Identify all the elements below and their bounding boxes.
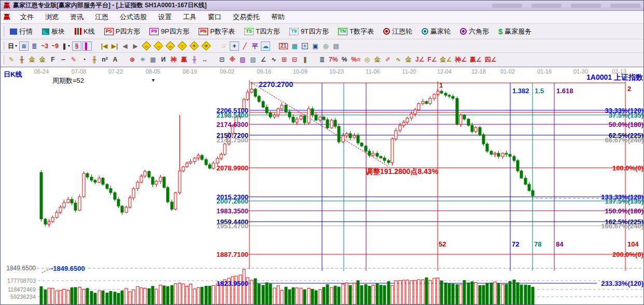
expand-horizontal-button[interactable]: ↔ [165, 41, 176, 51]
flag-tool-button[interactable]: 平 [250, 41, 260, 51]
arc-ruler-button[interactable]: ∽ [59, 55, 68, 64]
next-page-button[interactable]: ▶ [131, 41, 140, 51]
save-button[interactable]: ▣ [311, 41, 320, 51]
gold-line-button[interactable]: 金 [373, 55, 382, 64]
9p-square-button[interactable]: P99P四方形 [146, 25, 192, 38]
zigzag-line-button[interactable]: ∿ [269, 55, 278, 64]
span-arrow-button[interactable]: ↔ [200, 55, 209, 64]
wave-9-button[interactable]: ~9 [50, 41, 60, 51]
toolbar-grip[interactable] [3, 41, 4, 51]
candle-style-button[interactable]: ❚▾ [61, 41, 71, 51]
ying-angle-button[interactable]: 赢∠ [469, 55, 483, 64]
calendar-button[interactable]: 21 [278, 41, 289, 51]
t-square-button[interactable]: TST四方形 [241, 25, 283, 38]
kline-chart-canvas[interactable] [1, 67, 644, 305]
sectors-button[interactable]: 板块 [39, 25, 68, 38]
crosshair-button[interactable]: + [230, 41, 239, 51]
shen-tool-button[interactable]: 神 [169, 55, 178, 64]
red-pen-tool-button[interactable]: ✎ [69, 55, 78, 64]
notes-button[interactable]: ≡ [300, 41, 310, 51]
menu-item-file[interactable]: 文件 [15, 11, 39, 23]
menu-item-tools[interactable]: 工具 [177, 11, 202, 23]
pen-tool-button[interactable]: ✎ [7, 55, 16, 64]
toolbar-grip[interactable] [3, 26, 4, 36]
red-grid-2-button[interactable]: ⊟ [290, 55, 299, 64]
j-angle-button[interactable]: J∠ [414, 55, 425, 64]
p-square-button[interactable]: PSP四方形 [101, 25, 144, 38]
f-angle-button[interactable]: F∠ [426, 55, 438, 64]
refresh-data-button[interactable]: ◎ [321, 41, 330, 51]
pan-right-button[interactable]: → [153, 41, 164, 51]
trendline-tool-button[interactable]: ╱ [240, 41, 249, 51]
gann-circle-button[interactable]: ⊕ [128, 55, 137, 64]
kline-chart-area[interactable]: 日K线 周期数=52 ▼ 1A0001 上证指数 06-2407-0807-22… [1, 67, 644, 304]
color-histogram-button[interactable]: ▌ [82, 41, 92, 51]
smart-analysis-button[interactable]: ☁ [261, 41, 270, 51]
frame-tool-button[interactable]: ⊡ [217, 55, 227, 64]
menu-item-news[interactable]: 资讯 [64, 11, 89, 23]
menu-item-gann[interactable]: 江恩 [89, 11, 114, 23]
timeshare-chart-button[interactable]: ≋ [19, 41, 29, 51]
zoom-out-button[interactable]: ✳ [201, 41, 212, 51]
gann-star-button[interactable]: ✳ [138, 55, 147, 64]
time-clock-button[interactable]: ◔ [79, 55, 89, 64]
angle-line-button[interactable]: ∠ [259, 55, 268, 64]
hexagon-button[interactable]: 六角形 [457, 25, 492, 38]
drag-hand-button[interactable]: ☞ [219, 41, 229, 51]
f-ruler-button[interactable]: F [48, 55, 58, 64]
kline-button[interactable]: K线 [71, 25, 98, 38]
percent-lines-button[interactable]: %≡ [350, 55, 361, 64]
count-comb-button[interactable]: ╫ [190, 55, 199, 64]
percent-button[interactable]: % [340, 55, 349, 64]
angle-mirror-button[interactable]: A [110, 55, 120, 64]
wave-3-button[interactable]: ~3 [40, 41, 49, 51]
menu-item-help[interactable]: 帮助 [265, 11, 290, 23]
price-comb-button[interactable]: ╫ [17, 55, 26, 64]
si-angle-button[interactable]: 四∠ [484, 55, 498, 64]
first-page-button[interactable]: |◀ [100, 41, 109, 51]
gold-avg-button[interactable]: 金 [404, 55, 413, 64]
chip-distribution-button[interactable]: § [72, 41, 81, 51]
menu-item-browse[interactable]: 浏览 [39, 11, 64, 23]
gold-angle-button[interactable]: 金∠ [439, 55, 453, 64]
chart-dropdown-caret-icon[interactable]: ▼ [151, 78, 156, 83]
toolbar-grip[interactable] [3, 55, 4, 64]
menu-item-formula-stock-pick[interactable]: 公式选股 [114, 11, 152, 23]
winner-service-button[interactable]: $赢家服务 [495, 25, 535, 38]
t-number-table-button[interactable]: TNT数字表 [335, 25, 377, 38]
parallel-lines-button[interactable]: ∥ [300, 55, 310, 64]
calculator-button[interactable]: ▦ [290, 41, 299, 51]
time-comb-button[interactable]: ╫ [90, 55, 99, 64]
fan-lines-button[interactable]: ※ [228, 55, 237, 64]
prev-page-button[interactable]: ◀ [120, 41, 130, 51]
menu-item-settings[interactable]: 设置 [152, 11, 177, 23]
period-day-button[interactable]: 日▾ [7, 41, 18, 51]
seven-percent-button[interactable]: 7% [328, 55, 339, 64]
9t-square-button[interactable]: T99T四方形 [286, 25, 332, 38]
menu-item-window[interactable]: 窗口 [202, 11, 227, 23]
pan-left-button[interactable]: ← [141, 41, 152, 51]
remote-service-button[interactable]: ▤ [331, 41, 341, 51]
ying-tool-button[interactable]: 赢 [179, 55, 189, 64]
box-fan-button[interactable]: ▨ [238, 55, 247, 64]
menu-item-trade-entrust[interactable]: 交易委托 [227, 11, 265, 23]
gold-ruler-1-button[interactable]: 金 [27, 55, 37, 64]
shaded-box-button[interactable]: ▧ [248, 55, 258, 64]
last-page-button[interactable]: ▶| [110, 41, 119, 51]
red-grid-1-button[interactable]: ⊞ [279, 55, 289, 64]
shen-angle-button[interactable]: 神∠ [454, 55, 468, 64]
quotes-button[interactable]: 行情 [7, 25, 36, 38]
wave-mark-button[interactable]: И [159, 55, 168, 64]
gold-ruler-2-button[interactable]: 金 [38, 55, 47, 64]
n-square-button[interactable]: n² [100, 55, 109, 64]
expand-vertical-button[interactable]: ↕ [177, 41, 188, 51]
gann-grid-button[interactable]: ▦ [148, 55, 158, 64]
gold-circle-button[interactable]: ◎ [362, 55, 372, 64]
avg-channel-button[interactable]: ∿ [394, 55, 403, 64]
gann-wheel-button[interactable]: 江恩轮 [380, 25, 415, 38]
brush-tool-button[interactable]: ✐ [383, 55, 393, 64]
info-panel-button[interactable]: ≣ [30, 41, 39, 51]
winner-wheel-button[interactable]: 赢家轮 [418, 25, 454, 38]
zoom-in-button[interactable]: + [189, 41, 200, 51]
stats-panel-button[interactable]: ≣ [317, 55, 327, 64]
